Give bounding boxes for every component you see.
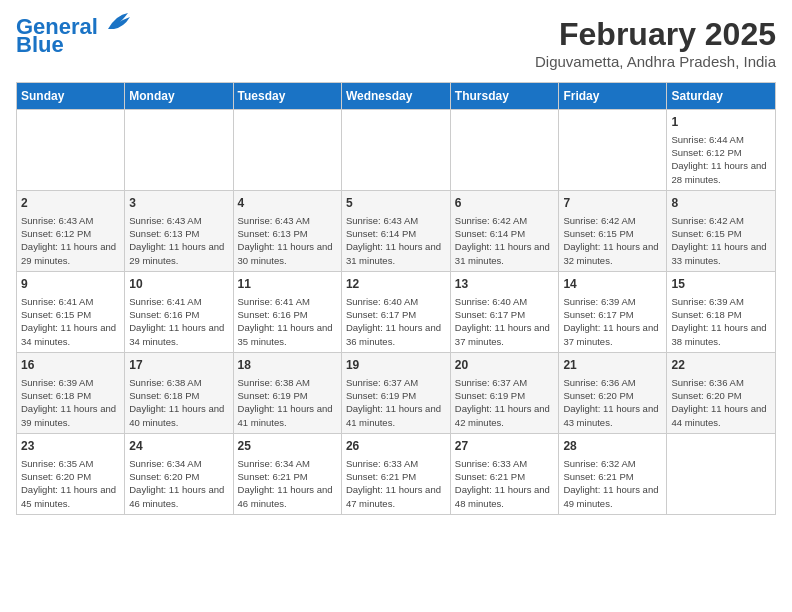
day-of-week-thursday: Thursday (450, 83, 559, 110)
day-info: Sunrise: 6:36 AMSunset: 6:20 PMDaylight:… (671, 376, 771, 429)
calendar-cell: 20Sunrise: 6:37 AMSunset: 6:19 PMDayligh… (450, 352, 559, 433)
calendar-cell: 10Sunrise: 6:41 AMSunset: 6:16 PMDayligh… (125, 271, 233, 352)
calendar-cell: 1Sunrise: 6:44 AMSunset: 6:12 PMDaylight… (667, 110, 776, 191)
day-info: Sunrise: 6:42 AMSunset: 6:15 PMDaylight:… (671, 214, 771, 267)
day-number: 23 (21, 438, 120, 455)
day-number: 10 (129, 276, 228, 293)
calendar-cell: 6Sunrise: 6:42 AMSunset: 6:14 PMDaylight… (450, 190, 559, 271)
day-number: 8 (671, 195, 771, 212)
day-info: Sunrise: 6:39 AMSunset: 6:18 PMDaylight:… (671, 295, 771, 348)
day-info: Sunrise: 6:40 AMSunset: 6:17 PMDaylight:… (455, 295, 555, 348)
day-number: 17 (129, 357, 228, 374)
calendar-cell: 12Sunrise: 6:40 AMSunset: 6:17 PMDayligh… (341, 271, 450, 352)
week-row-5: 23Sunrise: 6:35 AMSunset: 6:20 PMDayligh… (17, 433, 776, 514)
day-info: Sunrise: 6:43 AMSunset: 6:13 PMDaylight:… (238, 214, 337, 267)
calendar-cell: 2Sunrise: 6:43 AMSunset: 6:12 PMDaylight… (17, 190, 125, 271)
day-number: 26 (346, 438, 446, 455)
calendar-cell: 9Sunrise: 6:41 AMSunset: 6:15 PMDaylight… (17, 271, 125, 352)
day-number: 11 (238, 276, 337, 293)
day-number: 12 (346, 276, 446, 293)
day-info: Sunrise: 6:39 AMSunset: 6:17 PMDaylight:… (563, 295, 662, 348)
calendar-cell: 23Sunrise: 6:35 AMSunset: 6:20 PMDayligh… (17, 433, 125, 514)
logo-bird-icon (100, 11, 132, 35)
calendar-cell: 3Sunrise: 6:43 AMSunset: 6:13 PMDaylight… (125, 190, 233, 271)
day-number: 4 (238, 195, 337, 212)
calendar-cell: 28Sunrise: 6:32 AMSunset: 6:21 PMDayligh… (559, 433, 667, 514)
calendar-table: SundayMondayTuesdayWednesdayThursdayFrid… (16, 82, 776, 515)
day-number: 20 (455, 357, 555, 374)
calendar-cell: 15Sunrise: 6:39 AMSunset: 6:18 PMDayligh… (667, 271, 776, 352)
day-of-week-monday: Monday (125, 83, 233, 110)
day-info: Sunrise: 6:35 AMSunset: 6:20 PMDaylight:… (21, 457, 120, 510)
day-number: 7 (563, 195, 662, 212)
calendar-cell (559, 110, 667, 191)
calendar-title-block: February 2025 Diguvametta, Andhra Prades… (535, 16, 776, 70)
calendar-cell: 5Sunrise: 6:43 AMSunset: 6:14 PMDaylight… (341, 190, 450, 271)
day-number: 2 (21, 195, 120, 212)
day-number: 9 (21, 276, 120, 293)
day-number: 1 (671, 114, 771, 131)
day-info: Sunrise: 6:38 AMSunset: 6:19 PMDaylight:… (238, 376, 337, 429)
day-number: 13 (455, 276, 555, 293)
day-number: 15 (671, 276, 771, 293)
day-of-week-wednesday: Wednesday (341, 83, 450, 110)
day-number: 22 (671, 357, 771, 374)
day-info: Sunrise: 6:36 AMSunset: 6:20 PMDaylight:… (563, 376, 662, 429)
calendar-cell (125, 110, 233, 191)
day-info: Sunrise: 6:44 AMSunset: 6:12 PMDaylight:… (671, 133, 771, 186)
day-info: Sunrise: 6:37 AMSunset: 6:19 PMDaylight:… (455, 376, 555, 429)
calendar-cell: 25Sunrise: 6:34 AMSunset: 6:21 PMDayligh… (233, 433, 341, 514)
calendar-cell: 16Sunrise: 6:39 AMSunset: 6:18 PMDayligh… (17, 352, 125, 433)
calendar-cell: 22Sunrise: 6:36 AMSunset: 6:20 PMDayligh… (667, 352, 776, 433)
calendar-location: Diguvametta, Andhra Pradesh, India (535, 53, 776, 70)
day-info: Sunrise: 6:41 AMSunset: 6:15 PMDaylight:… (21, 295, 120, 348)
calendar-cell: 8Sunrise: 6:42 AMSunset: 6:15 PMDaylight… (667, 190, 776, 271)
day-info: Sunrise: 6:37 AMSunset: 6:19 PMDaylight:… (346, 376, 446, 429)
logo-blue: Blue (16, 34, 64, 56)
calendar-month-year: February 2025 (535, 16, 776, 53)
calendar-cell: 18Sunrise: 6:38 AMSunset: 6:19 PMDayligh… (233, 352, 341, 433)
day-number: 19 (346, 357, 446, 374)
week-row-1: 1Sunrise: 6:44 AMSunset: 6:12 PMDaylight… (17, 110, 776, 191)
page-header: General Blue February 2025 Diguvametta, … (16, 16, 776, 70)
calendar-header: SundayMondayTuesdayWednesdayThursdayFrid… (17, 83, 776, 110)
day-of-week-sunday: Sunday (17, 83, 125, 110)
calendar-cell: 24Sunrise: 6:34 AMSunset: 6:20 PMDayligh… (125, 433, 233, 514)
calendar-cell: 27Sunrise: 6:33 AMSunset: 6:21 PMDayligh… (450, 433, 559, 514)
calendar-cell: 26Sunrise: 6:33 AMSunset: 6:21 PMDayligh… (341, 433, 450, 514)
day-info: Sunrise: 6:34 AMSunset: 6:21 PMDaylight:… (238, 457, 337, 510)
day-info: Sunrise: 6:41 AMSunset: 6:16 PMDaylight:… (238, 295, 337, 348)
day-info: Sunrise: 6:43 AMSunset: 6:14 PMDaylight:… (346, 214, 446, 267)
day-of-week-saturday: Saturday (667, 83, 776, 110)
calendar-cell (450, 110, 559, 191)
day-number: 24 (129, 438, 228, 455)
day-info: Sunrise: 6:40 AMSunset: 6:17 PMDaylight:… (346, 295, 446, 348)
day-number: 5 (346, 195, 446, 212)
day-info: Sunrise: 6:41 AMSunset: 6:16 PMDaylight:… (129, 295, 228, 348)
day-of-week-friday: Friday (559, 83, 667, 110)
calendar-cell: 14Sunrise: 6:39 AMSunset: 6:17 PMDayligh… (559, 271, 667, 352)
days-of-week-row: SundayMondayTuesdayWednesdayThursdayFrid… (17, 83, 776, 110)
day-info: Sunrise: 6:34 AMSunset: 6:20 PMDaylight:… (129, 457, 228, 510)
calendar-cell: 7Sunrise: 6:42 AMSunset: 6:15 PMDaylight… (559, 190, 667, 271)
calendar-cell (233, 110, 341, 191)
calendar-cell (341, 110, 450, 191)
calendar-body: 1Sunrise: 6:44 AMSunset: 6:12 PMDaylight… (17, 110, 776, 515)
day-info: Sunrise: 6:43 AMSunset: 6:13 PMDaylight:… (129, 214, 228, 267)
day-number: 16 (21, 357, 120, 374)
day-number: 3 (129, 195, 228, 212)
week-row-2: 2Sunrise: 6:43 AMSunset: 6:12 PMDaylight… (17, 190, 776, 271)
day-number: 25 (238, 438, 337, 455)
calendar-cell: 11Sunrise: 6:41 AMSunset: 6:16 PMDayligh… (233, 271, 341, 352)
day-of-week-tuesday: Tuesday (233, 83, 341, 110)
day-info: Sunrise: 6:32 AMSunset: 6:21 PMDaylight:… (563, 457, 662, 510)
day-info: Sunrise: 6:38 AMSunset: 6:18 PMDaylight:… (129, 376, 228, 429)
calendar-cell: 19Sunrise: 6:37 AMSunset: 6:19 PMDayligh… (341, 352, 450, 433)
calendar-cell: 4Sunrise: 6:43 AMSunset: 6:13 PMDaylight… (233, 190, 341, 271)
calendar-cell: 13Sunrise: 6:40 AMSunset: 6:17 PMDayligh… (450, 271, 559, 352)
day-info: Sunrise: 6:43 AMSunset: 6:12 PMDaylight:… (21, 214, 120, 267)
day-info: Sunrise: 6:33 AMSunset: 6:21 PMDaylight:… (455, 457, 555, 510)
day-info: Sunrise: 6:42 AMSunset: 6:15 PMDaylight:… (563, 214, 662, 267)
week-row-4: 16Sunrise: 6:39 AMSunset: 6:18 PMDayligh… (17, 352, 776, 433)
calendar-cell: 17Sunrise: 6:38 AMSunset: 6:18 PMDayligh… (125, 352, 233, 433)
